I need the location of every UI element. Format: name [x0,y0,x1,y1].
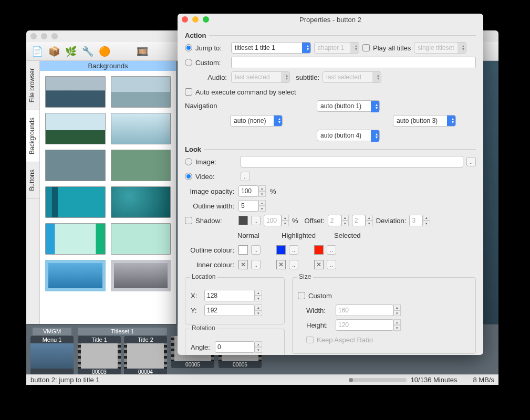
custom-size-checkbox[interactable] [298,292,305,299]
subtitle-select[interactable]: last selected [323,71,381,83]
outline-colour-label: Outline colour: [185,246,234,254]
inner-high-swatch[interactable]: ✕ [276,260,286,269]
image-opacity-input[interactable] [238,185,258,197]
inner-sel-button[interactable]: .. [327,260,336,269]
close-icon[interactable] [182,16,188,23]
zoom-icon[interactable] [51,33,58,39]
tab-file-browser[interactable]: File browser [26,61,39,110]
outline-width-label: Outline width: [185,202,234,210]
minimize-icon[interactable] [41,33,47,39]
outline-high-button[interactable]: .. [289,245,298,255]
auto-execute-checkbox[interactable] [185,88,192,96]
shadow-checkbox[interactable] [185,217,192,224]
image-browse-button[interactable]: .. [466,157,476,166]
width-input[interactable] [336,304,393,316]
inner-sel-swatch[interactable]: ✕ [314,260,324,269]
shadow-label: Shadow: [195,217,235,225]
y-input[interactable] [204,304,255,316]
bg-thumb[interactable] [111,260,171,291]
image-opacity-label: Image opacity: [185,187,234,195]
play-all-checkbox[interactable] [362,44,370,51]
new-icon[interactable]: 📄 [30,45,44,58]
shadow-color-button[interactable]: .. [251,216,261,225]
offset-x-input[interactable] [328,215,341,226]
image-path-input[interactable] [241,156,463,167]
status-minutes: 10/136 Minutes [411,376,458,384]
chapter-select[interactable]: chapter 1 [314,42,359,54]
navigation-label: Navigation [185,100,227,110]
inner-normal-swatch[interactable]: ✕ [238,260,248,269]
tab-backgrounds[interactable]: Backgrounds [26,110,39,162]
jump-to-radio[interactable] [185,44,192,51]
timeline-menu-1[interactable]: Menu 1 [30,336,74,374]
subtitle-label: subtitle: [293,74,319,81]
nav-down-select[interactable]: auto (button 4) [317,130,380,141]
tools-icon[interactable]: 🔧 [81,45,95,58]
custom-radio[interactable] [185,59,192,66]
bg-thumb[interactable] [45,113,106,144]
disc-gauge [349,378,407,382]
backgrounds-panel: Backgrounds [40,61,176,324]
x-input[interactable] [204,290,255,301]
outline-high-swatch[interactable] [276,245,286,255]
outline-normal-swatch[interactable] [238,245,248,255]
bg-thumb[interactable] [111,150,171,181]
open-icon[interactable]: 📦 [47,45,61,58]
height-input[interactable] [336,319,393,331]
angle-input[interactable] [215,341,255,353]
inner-high-button[interactable]: .. [289,260,298,269]
bg-thumb[interactable] [45,186,106,218]
timeline-group-ts1: Titleset 1 [78,328,167,335]
normal-column-header: Normal [237,232,267,239]
close-icon[interactable] [30,33,37,39]
video-label: Video: [195,173,237,181]
outline-sel-swatch[interactable] [314,245,324,255]
deviation-label: Deviation: [376,217,407,225]
outline-sel-button[interactable]: .. [327,245,336,255]
status-bar: button 2: jump to title 1 10/136 Minutes… [26,374,498,385]
disc-icon[interactable]: 🟠 [98,45,111,58]
inner-normal-button[interactable]: .. [251,260,261,269]
jump-target-select[interactable]: titleset 1 title 1 [231,42,311,54]
timeline-title-1[interactable]: Title 1 00003 [78,336,121,374]
custom-action-input[interactable] [231,57,476,68]
bg-thumb[interactable] [111,76,171,108]
minimize-icon[interactable] [192,16,199,23]
outline-normal-button[interactable]: .. [251,245,261,255]
nav-right-select[interactable]: auto (button 3) [393,115,456,127]
add-icon[interactable]: 🌿 [64,45,78,58]
audio-select[interactable]: last selected [231,71,290,83]
nav-up-select[interactable]: auto (button 1) [317,100,380,112]
zoom-icon[interactable] [203,16,209,23]
video-radio[interactable] [185,173,192,180]
import-icon[interactable]: 🎞️ [136,45,149,58]
video-browse-button[interactable]: .. [241,172,250,181]
bg-thumb[interactable] [111,223,171,255]
rotation-group: Rotation Angle: ▴▾ [185,329,285,355]
outline-width-stepper[interactable]: ▴▾ [258,200,266,212]
outline-width-input[interactable] [238,200,258,212]
opacity-stepper[interactable]: ▴▾ [258,185,266,197]
timeline-title-2[interactable]: Title 2 00004 [124,336,167,374]
offset-y-input[interactable] [352,215,366,226]
bg-thumb[interactable] [111,186,171,218]
tab-buttons[interactable]: Buttons [26,162,39,199]
bg-thumb[interactable] [111,113,171,144]
keep-aspect-checkbox[interactable] [306,336,314,343]
shadow-opacity-input[interactable] [264,215,282,226]
play-mode-select[interactable]: single titleset [414,42,466,54]
auto-execute-label: Auto execute command by select [195,88,296,96]
nav-left-select[interactable]: auto (none) [230,115,283,127]
action-section-header: Action [185,32,476,39]
shadow-color-swatch[interactable] [238,216,248,225]
deviation-input[interactable] [409,215,423,226]
look-section-header: Look [185,145,476,153]
bg-thumb[interactable] [45,260,106,291]
selected-column-header: Selected [334,232,361,239]
bg-thumb[interactable] [45,76,106,108]
offset-label: Offset: [305,217,325,225]
bg-thumb[interactable] [45,223,106,255]
bg-thumb[interactable] [45,150,106,181]
dialog-title: Properties - button 2 [178,16,483,24]
image-radio[interactable] [185,158,192,165]
